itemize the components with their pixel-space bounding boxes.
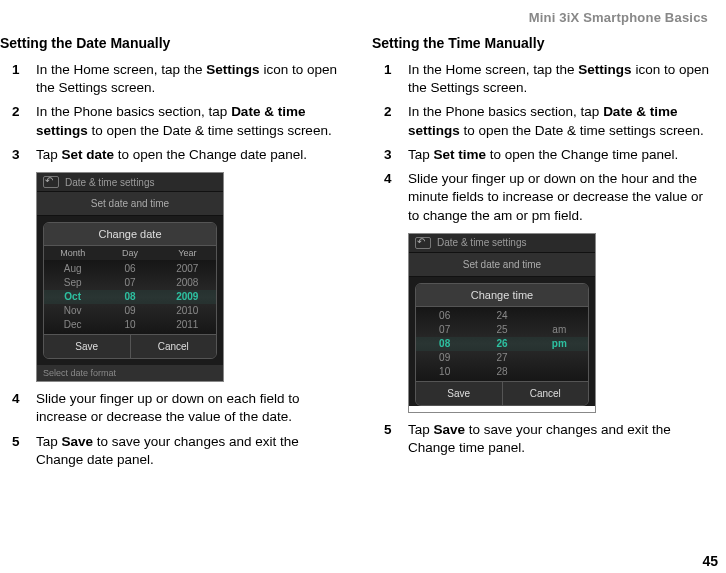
step-number: 5 (0, 433, 36, 469)
wheel-item: 2011 (176, 318, 198, 332)
step-number: 4 (0, 390, 36, 426)
text: to open the Date & time settings screen. (88, 123, 332, 138)
left-column: Setting the Date Manually 1 In the Home … (0, 35, 342, 475)
wheel-item-selected: pm (531, 337, 588, 351)
wheel-item: 06 (439, 309, 450, 323)
step-text: In the Phone basics section, tap Date & … (408, 103, 714, 139)
hour-wheel: 06 07 08 09 10 (416, 309, 473, 379)
minute-wheel: 24 25 26 27 28 (473, 309, 530, 379)
wheel-item: 09 (439, 351, 450, 365)
step-number: 1 (0, 61, 36, 97)
phone-top-bar: Date & time settings (409, 234, 595, 252)
left-step-3: 3 Tap Set date to open the Change date p… (0, 146, 342, 164)
wheel-item: Sep (64, 276, 82, 290)
right-step-1: 1 In the Home screen, tap the Settings i… (372, 61, 714, 97)
step-text: Tap Save to save your changes and exit t… (408, 421, 714, 457)
change-date-modal: Change date Month Day Year Aug Sep Oct N (43, 222, 217, 359)
wheel-item: 27 (496, 351, 507, 365)
modal-buttons: Save Cancel (416, 381, 588, 405)
step-text: Slide your finger up or down on each fie… (36, 390, 342, 426)
wheel-item: 25 (496, 323, 507, 337)
step-text: Slide your finger up or down on the hour… (408, 170, 714, 225)
step-text: Tap Save to save your changes and exit t… (36, 433, 342, 469)
header-day: Day (101, 246, 158, 260)
text: to open the Date & time settings screen. (460, 123, 704, 138)
modal-title: Change time (416, 284, 588, 307)
phone-top-title: Date & time settings (65, 177, 154, 188)
header-year: Year (159, 246, 216, 260)
text: In the Home screen, tap the (408, 62, 578, 77)
phone-footer: Select date format (37, 365, 223, 381)
left-step-1: 1 In the Home screen, tap the Settings i… (0, 61, 342, 97)
step-text: In the Home screen, tap the Settings ico… (408, 61, 714, 97)
wheel-item: 07 (439, 323, 450, 337)
wheel-item (558, 309, 561, 323)
wheel-item-selected: Oct (44, 290, 101, 304)
wheel-item: 06 (124, 262, 135, 276)
time-wheel: 06 07 08 09 10 24 25 26 27 (416, 307, 588, 381)
wheel-item: 2010 (176, 304, 198, 318)
month-wheel: Aug Sep Oct Nov Dec (44, 262, 101, 332)
header-month: Month (44, 246, 101, 260)
phone-top-bar: Date & time settings (37, 173, 223, 191)
step-number: 3 (372, 146, 408, 164)
wheel-item: Nov (64, 304, 82, 318)
step-text: Tap Set date to open the Change date pan… (36, 146, 342, 164)
left-section-title: Setting the Date Manually (0, 35, 342, 51)
wheel-item (558, 351, 561, 365)
right-step-4: 4 Slide your finger up or down on the ho… (372, 170, 714, 225)
keyword-settings: Settings (578, 62, 631, 77)
left-step-4: 4 Slide your finger up or down on each f… (0, 390, 342, 426)
wheel-item-selected: 2009 (159, 290, 216, 304)
step-number: 4 (372, 170, 408, 225)
text: In the Phone basics section, tap (36, 104, 231, 119)
wheel-item: 28 (496, 365, 507, 379)
save-button: Save (416, 382, 502, 405)
text: to open the Change date panel. (114, 147, 307, 162)
keyword-save: Save (62, 434, 94, 449)
wheel-item: 2008 (176, 276, 198, 290)
cancel-button: Cancel (130, 335, 217, 358)
text: Tap (36, 147, 62, 162)
keyword-save: Save (434, 422, 466, 437)
change-time-screenshot: Date & time settings Set date and time C… (408, 233, 596, 413)
text: Tap (408, 147, 434, 162)
phone-sub-bar: Set date and time (409, 252, 595, 277)
text: Tap (408, 422, 434, 437)
save-button: Save (44, 335, 130, 358)
step-number: 5 (372, 421, 408, 457)
keyword-set-time: Set time (434, 147, 487, 162)
modal-buttons: Save Cancel (44, 334, 216, 358)
change-time-modal: Change time 06 07 08 09 10 24 (415, 283, 589, 406)
step-text: In the Home screen, tap the Settings ico… (36, 61, 342, 97)
right-column: Setting the Time Manually 1 In the Home … (372, 35, 714, 475)
wheel-item-selected: 08 (416, 337, 473, 351)
left-step-2: 2 In the Phone basics section, tap Date … (0, 103, 342, 139)
ampm-wheel: am pm (531, 309, 588, 379)
modal-title: Change date (44, 223, 216, 246)
step-number: 1 (372, 61, 408, 97)
step-number: 2 (0, 103, 36, 139)
wheel-item (558, 365, 561, 379)
text: In the Home screen, tap the (36, 62, 206, 77)
step-number: 3 (0, 146, 36, 164)
text: In the Phone basics section, tap (408, 104, 603, 119)
right-step-2: 2 In the Phone basics section, tap Date … (372, 103, 714, 139)
right-section-title: Setting the Time Manually (372, 35, 714, 51)
phone-sub-bar: Set date and time (37, 191, 223, 216)
wheel-item: Aug (64, 262, 82, 276)
back-icon (43, 176, 59, 188)
phone-top-title: Date & time settings (437, 237, 526, 248)
wheel-item: Dec (64, 318, 82, 332)
wheel-item: 24 (496, 309, 507, 323)
date-wheel: Aug Sep Oct Nov Dec 06 07 08 09 (44, 260, 216, 334)
wheel-item: 10 (439, 365, 450, 379)
wheel-item: 2007 (176, 262, 198, 276)
left-step-5: 5 Tap Save to save your changes and exit… (0, 433, 342, 469)
wheel-item: 07 (124, 276, 135, 290)
wheel-item: 09 (124, 304, 135, 318)
wheel-item-selected: 26 (473, 337, 530, 351)
day-wheel: 06 07 08 09 10 (101, 262, 158, 332)
right-step-5: 5 Tap Save to save your changes and exit… (372, 421, 714, 457)
page-number: 45 (702, 553, 718, 569)
